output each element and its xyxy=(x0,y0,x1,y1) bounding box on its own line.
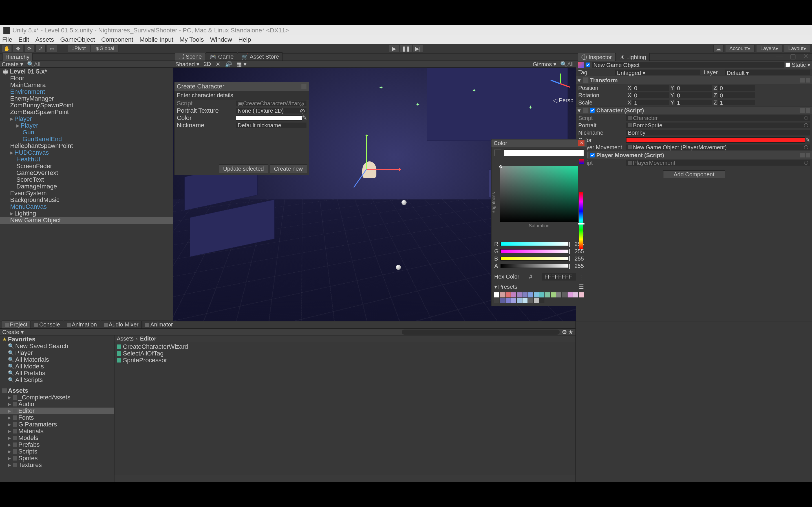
rot-z[interactable]: 0 xyxy=(718,93,755,98)
fold-icon[interactable]: ▸ xyxy=(8,400,11,408)
char-pm-field[interactable]: New Game Object (PlayerMovement) xyxy=(626,145,810,150)
scene-search[interactable]: 🔍All xyxy=(560,61,573,68)
fold-icon[interactable]: ▸ xyxy=(16,122,19,129)
save-search-icon[interactable]: ★ xyxy=(568,329,573,335)
gear-icon[interactable] xyxy=(806,78,810,82)
g-value[interactable]: 255 xyxy=(571,248,584,255)
fold-icon[interactable]: ▸ xyxy=(8,421,11,428)
assets-header[interactable]: Assets xyxy=(0,387,114,394)
tool-rect[interactable]: ▭ xyxy=(47,45,57,52)
preset-swatch[interactable] xyxy=(494,298,499,303)
fold-icon[interactable]: ▸ xyxy=(8,428,11,435)
color-picker-titlebar[interactable]: Color ✕ xyxy=(492,139,587,147)
help-icon[interactable] xyxy=(800,153,805,158)
preset-swatch[interactable] xyxy=(573,292,578,297)
object-picker-icon[interactable] xyxy=(804,116,808,120)
gizmo-z-icon[interactable] xyxy=(550,80,560,84)
gameobject-active-toggle[interactable] xyxy=(586,62,590,67)
scale-x[interactable]: 1 xyxy=(632,100,669,105)
favorite-search-item[interactable]: 🔍New Saved Search xyxy=(0,343,114,349)
help-icon[interactable] xyxy=(800,78,805,82)
saturation-value-area[interactable] xyxy=(500,166,578,222)
slider-knob[interactable] xyxy=(568,241,570,247)
tag-dropdown[interactable]: Untagged ▾ xyxy=(615,69,700,75)
menu-mobileinput[interactable]: Mobile Input xyxy=(140,36,173,43)
menu-window[interactable]: Window xyxy=(210,36,232,43)
gameobject-name-field[interactable]: New Game Object xyxy=(592,62,784,68)
orientation-gizmo[interactable] xyxy=(548,70,573,96)
g-slider[interactable] xyxy=(500,249,570,253)
preset-swatch[interactable] xyxy=(517,292,522,297)
hierarchy-item[interactable]: ZomBunnySpawnPoint xyxy=(0,102,173,109)
fold-icon[interactable]: ▸ xyxy=(10,210,13,217)
gizmos-dropdown[interactable]: Gizmos ▾ xyxy=(532,61,556,68)
tab-project[interactable]: Project xyxy=(2,321,31,328)
tab-console[interactable]: Console xyxy=(31,321,63,328)
hierarchy-item[interactable]: ZomBearSpawnPoint xyxy=(0,109,173,115)
hue-marker[interactable] xyxy=(578,223,585,224)
play-button[interactable]: ▶ xyxy=(389,45,399,52)
rot-x[interactable]: 0 xyxy=(632,93,669,98)
menu-file[interactable]: File xyxy=(2,36,12,43)
preset-swatch[interactable] xyxy=(567,292,573,297)
menu-component[interactable]: Component xyxy=(101,36,133,43)
asset-folder[interactable]: ▸Prefabs xyxy=(0,441,114,448)
layer-dropdown[interactable]: Default ▾ xyxy=(725,69,810,75)
favorite-search-item[interactable]: 🔍All Scripts xyxy=(0,377,114,383)
slider-mode-toggle[interactable]: ▤ xyxy=(492,230,587,238)
hierarchy-item[interactable]: ▸Player xyxy=(0,115,173,122)
slider-knob[interactable] xyxy=(568,249,570,255)
fold-icon[interactable]: ▸ xyxy=(8,407,11,414)
menu-help[interactable]: Help xyxy=(238,36,251,43)
character-header[interactable]: ▾ Character (Script) xyxy=(576,107,812,114)
gizmo-x-icon[interactable] xyxy=(560,83,570,88)
hierarchy-item[interactable]: Gun xyxy=(0,129,173,136)
presets-header[interactable]: ▾ Presets ☰ xyxy=(492,282,587,291)
hierarchy-item[interactable]: Environment xyxy=(0,89,173,95)
asset-folder[interactable]: ▸Materials xyxy=(0,428,114,435)
asset-folder[interactable]: ▸Sprites xyxy=(0,455,114,462)
slider-knob[interactable] xyxy=(568,256,570,262)
tab-animator[interactable]: Animator xyxy=(142,321,176,328)
light-toggle[interactable]: ☀ xyxy=(215,61,220,68)
twod-toggle[interactable]: 2D xyxy=(204,61,211,67)
pos-x[interactable]: 0 xyxy=(632,85,669,91)
asset-folder[interactable]: ▸Editor xyxy=(0,407,114,414)
preset-swatch[interactable] xyxy=(517,298,522,303)
object-picker-icon[interactable] xyxy=(804,123,808,127)
tab-inspector[interactable]: ⓘ Inspector xyxy=(578,53,615,62)
fold-icon[interactable]: ▸ xyxy=(8,461,11,469)
a-slider[interactable] xyxy=(500,264,570,268)
pm-enabled-toggle[interactable] xyxy=(590,153,595,158)
minimize-button[interactable]: — xyxy=(776,52,783,60)
hierarchy-item[interactable]: ScoreText xyxy=(0,176,173,183)
hierarchy-item[interactable]: New Game Object xyxy=(0,217,173,224)
fold-icon[interactable]: ▸ xyxy=(8,455,11,462)
menu-gameobject[interactable]: GameObject xyxy=(60,36,95,43)
fold-icon[interactable]: ▾ xyxy=(578,77,581,83)
gear-icon[interactable] xyxy=(806,108,810,113)
fold-icon[interactable]: ▾ xyxy=(578,107,581,114)
preset-swatch[interactable] xyxy=(500,292,505,297)
tab-lighting[interactable]: ☀ Lighting xyxy=(616,53,650,61)
asset-folder[interactable]: ▸Audio xyxy=(0,401,114,407)
preset-swatch[interactable] xyxy=(562,292,567,297)
fold-icon[interactable]: ▾ xyxy=(494,283,497,290)
tab-scene[interactable]: ⛶ Scene xyxy=(175,53,205,61)
project-tree[interactable]: ★Favorites 🔍New Saved Search🔍Player🔍All … xyxy=(0,335,114,482)
color-mode-toggle[interactable] xyxy=(492,159,587,166)
pos-y[interactable]: 0 xyxy=(675,85,712,91)
tool-rotate[interactable]: ⟳ xyxy=(24,45,35,52)
breadcrumb-assets[interactable]: Assets xyxy=(117,335,134,342)
favorite-search-item[interactable]: 🔍Player xyxy=(0,349,114,356)
hierarchy-search[interactable]: 🔍All xyxy=(27,61,40,68)
transform-header[interactable]: ▾ Transform xyxy=(576,76,812,84)
fold-icon[interactable]: ▸ xyxy=(8,448,11,455)
b-slider[interactable] xyxy=(500,257,570,261)
fold-icon[interactable]: ▸ xyxy=(10,115,13,122)
tool-move[interactable]: ✥ xyxy=(13,45,23,52)
tool-scale[interactable]: ⤢ xyxy=(36,45,46,52)
preset-swatch[interactable] xyxy=(539,292,545,297)
project-create-dropdown[interactable]: Create ▾ xyxy=(2,329,24,335)
fold-icon[interactable]: ▸ xyxy=(8,414,11,421)
